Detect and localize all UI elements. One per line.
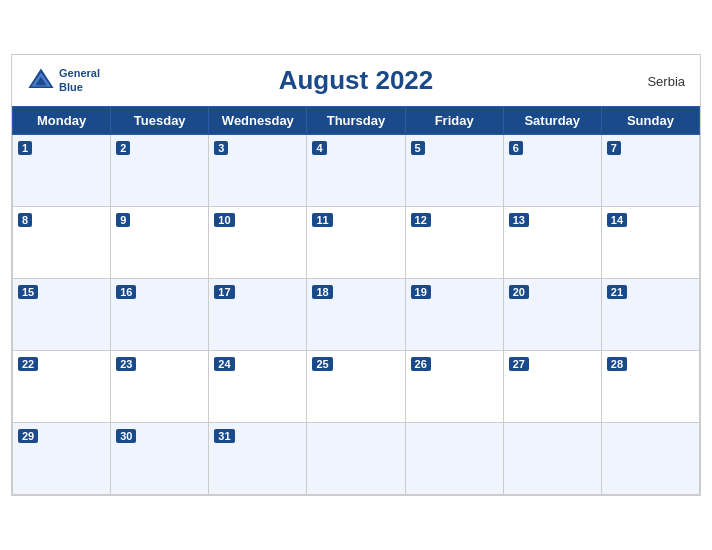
day-number: 24	[214, 357, 234, 371]
week-row-1: 1234567	[13, 135, 700, 207]
day-cell: 1	[13, 135, 111, 207]
day-cell: 6	[503, 135, 601, 207]
day-number: 31	[214, 429, 234, 443]
day-cell: 8	[13, 207, 111, 279]
day-number: 1	[18, 141, 32, 155]
day-cell: 14	[601, 207, 699, 279]
week-row-2: 891011121314	[13, 207, 700, 279]
day-cell: 18	[307, 279, 405, 351]
day-number: 9	[116, 213, 130, 227]
day-cell	[601, 423, 699, 495]
day-number: 20	[509, 285, 529, 299]
day-cell: 19	[405, 279, 503, 351]
day-number: 3	[214, 141, 228, 155]
day-number: 4	[312, 141, 326, 155]
day-cell: 28	[601, 351, 699, 423]
day-cell: 11	[307, 207, 405, 279]
day-number: 23	[116, 357, 136, 371]
day-number: 11	[312, 213, 332, 227]
header-sunday: Sunday	[601, 107, 699, 135]
header-monday: Monday	[13, 107, 111, 135]
day-number: 29	[18, 429, 38, 443]
header-wednesday: Wednesday	[209, 107, 307, 135]
day-cell: 27	[503, 351, 601, 423]
day-cell: 13	[503, 207, 601, 279]
calendar-container: General Blue August 2022 Serbia Monday T…	[11, 54, 701, 496]
day-cell: 10	[209, 207, 307, 279]
weekday-header-row: Monday Tuesday Wednesday Thursday Friday…	[13, 107, 700, 135]
day-number: 6	[509, 141, 523, 155]
day-number: 5	[411, 141, 425, 155]
day-cell: 12	[405, 207, 503, 279]
day-cell: 24	[209, 351, 307, 423]
week-row-5: 293031	[13, 423, 700, 495]
day-cell: 17	[209, 279, 307, 351]
day-cell: 22	[13, 351, 111, 423]
day-number: 12	[411, 213, 431, 227]
day-cell: 21	[601, 279, 699, 351]
week-row-4: 22232425262728	[13, 351, 700, 423]
day-cell: 29	[13, 423, 111, 495]
header-thursday: Thursday	[307, 107, 405, 135]
day-cell: 16	[111, 279, 209, 351]
header-tuesday: Tuesday	[111, 107, 209, 135]
calendar-header: General Blue August 2022 Serbia	[12, 55, 700, 106]
day-cell	[307, 423, 405, 495]
day-number: 28	[607, 357, 627, 371]
day-cell: 4	[307, 135, 405, 207]
day-number: 17	[214, 285, 234, 299]
day-number: 19	[411, 285, 431, 299]
country-label: Serbia	[647, 73, 685, 88]
logo-area: General Blue	[27, 67, 100, 95]
general-blue-logo-icon	[27, 67, 55, 95]
day-cell: 9	[111, 207, 209, 279]
day-number: 16	[116, 285, 136, 299]
day-cell: 2	[111, 135, 209, 207]
calendar-title: August 2022	[279, 65, 434, 96]
day-number: 18	[312, 285, 332, 299]
day-cell: 15	[13, 279, 111, 351]
day-cell: 26	[405, 351, 503, 423]
day-number: 2	[116, 141, 130, 155]
day-cell	[405, 423, 503, 495]
day-cell: 25	[307, 351, 405, 423]
day-cell: 30	[111, 423, 209, 495]
day-number: 7	[607, 141, 621, 155]
logo-text: General Blue	[59, 67, 100, 93]
day-cell: 7	[601, 135, 699, 207]
day-cell: 20	[503, 279, 601, 351]
day-number: 21	[607, 285, 627, 299]
header-friday: Friday	[405, 107, 503, 135]
day-number: 15	[18, 285, 38, 299]
header-saturday: Saturday	[503, 107, 601, 135]
day-number: 26	[411, 357, 431, 371]
day-number: 13	[509, 213, 529, 227]
day-number: 27	[509, 357, 529, 371]
calendar-grid: Monday Tuesday Wednesday Thursday Friday…	[12, 106, 700, 495]
day-number: 25	[312, 357, 332, 371]
day-cell: 23	[111, 351, 209, 423]
day-number: 14	[607, 213, 627, 227]
day-cell: 5	[405, 135, 503, 207]
day-number: 30	[116, 429, 136, 443]
day-number: 8	[18, 213, 32, 227]
day-cell: 31	[209, 423, 307, 495]
day-cell	[503, 423, 601, 495]
week-row-3: 15161718192021	[13, 279, 700, 351]
day-number: 10	[214, 213, 234, 227]
day-cell: 3	[209, 135, 307, 207]
day-number: 22	[18, 357, 38, 371]
